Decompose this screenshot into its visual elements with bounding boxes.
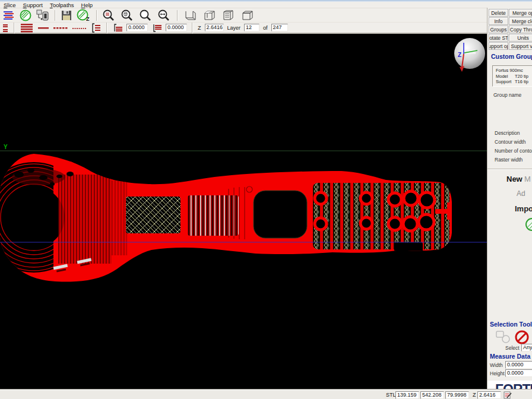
import-group-button[interactable]: Impo	[515, 204, 532, 213]
measure-data-title: Measure Data	[490, 353, 530, 360]
show-contours-icon[interactable]	[37, 21, 49, 34]
width-value-field[interactable]: 0.0000	[505, 361, 532, 369]
model-tip-label: Model	[496, 74, 515, 80]
toolbar-separator	[14, 23, 15, 33]
menu-slice[interactable]: Slice	[4, 2, 16, 8]
end-layer-icon[interactable]	[151, 21, 162, 34]
support-tip-label: Support	[496, 79, 515, 85]
menu-help[interactable]: Help	[81, 2, 93, 8]
select-label: Select	[505, 345, 520, 351]
slice-viewport[interactable]: Y	[0, 34, 487, 390]
copy-through-button[interactable]: Copy Throu	[509, 26, 532, 33]
view-bottom-icon[interactable]	[183, 9, 198, 22]
z-label: Z	[198, 25, 201, 31]
rotate-stl-button[interactable]: Rotate STL	[489, 34, 508, 42]
merge-open-button[interactable]: Merge op	[509, 9, 532, 17]
raster-width-label: Raster width	[495, 157, 522, 163]
stripe-pocket	[188, 195, 239, 236]
group-name-label: Group name	[493, 92, 521, 98]
view-iso-icon[interactable]	[202, 9, 217, 22]
printer-name: Fortus 900mc	[496, 68, 532, 74]
modify-group-button[interactable]: M	[524, 175, 531, 183]
layer-total-input[interactable]: 247	[271, 24, 288, 31]
menu-bar: Slice Support Toolpaths Help	[0, 2, 532, 8]
support-va-button[interactable]: Support va	[509, 42, 532, 50]
toolbar-separator	[55, 10, 56, 21]
slice-part-icon[interactable]	[19, 9, 32, 22]
slice-layers-icon[interactable]	[2, 9, 15, 22]
start-layer-icon[interactable]	[112, 21, 123, 34]
view-front-icon[interactable]	[221, 9, 236, 22]
toolbar-separator	[192, 23, 193, 33]
main-toolbar: Z	[0, 8, 487, 23]
panel-divider	[487, 169, 532, 170]
select-mode-dropdown[interactable]: Any	[521, 344, 532, 352]
toolbar-separator	[106, 23, 107, 33]
custom-groups-title: Custom Groups	[491, 53, 532, 60]
merge-close-button[interactable]: Merge clo	[509, 17, 532, 25]
add-group-button[interactable]: Ad	[517, 189, 525, 198]
current-z-input[interactable]: 2.6416	[205, 24, 224, 31]
zoom-extents-icon[interactable]	[157, 9, 172, 22]
groups-button[interactable]: Groups	[489, 26, 508, 33]
zoom-model-icon[interactable]	[121, 9, 135, 22]
group-ok-icon[interactable]	[524, 217, 532, 232]
crosshatch-pocket	[126, 197, 180, 233]
deselect-icon[interactable]	[515, 330, 530, 344]
toolpath-mini-icon[interactable]	[2, 21, 9, 34]
status-z-label: Z	[473, 392, 476, 398]
delete-button[interactable]: Delete	[489, 9, 508, 17]
new-group-button[interactable]: New	[506, 175, 522, 183]
cursor-x-field: 139.159	[395, 391, 419, 399]
slice-z-icon[interactable]: Z	[76, 9, 91, 22]
height-value-field[interactable]: 0.0000	[505, 369, 532, 377]
zoom-out-icon[interactable]	[139, 9, 154, 22]
operations-panel: Delete Merge op Info Merge clo Groups Co…	[487, 8, 532, 399]
insight-application-window: Slice Support Toolpaths Help	[0, 0, 532, 399]
cursor-z-field: 79.9998	[445, 391, 469, 399]
selection-tools-title: Selection Tools	[490, 321, 532, 328]
cursor-y-field: 542.208	[420, 391, 444, 399]
description-label: Description	[495, 130, 520, 136]
save-icon[interactable]	[61, 9, 72, 22]
bottom-notch	[394, 242, 423, 252]
zoom-layer-icon[interactable]	[102, 9, 117, 22]
show-all-toolpaths-icon[interactable]	[20, 21, 34, 34]
group-toolpaths-icon[interactable]	[91, 21, 102, 34]
machine-info-box: Fortus 900mc ModelT20 tip SupportT16 tip	[492, 65, 532, 87]
orientation-sphere[interactable]: Z	[454, 38, 485, 72]
through-hole	[254, 191, 307, 238]
info-button[interactable]: Info	[489, 17, 508, 25]
copy-supports-icon[interactable]	[36, 9, 50, 22]
end-z-input[interactable]: 0.0000	[166, 24, 187, 31]
show-fine-rasters-icon[interactable]	[72, 21, 87, 34]
toolpath-canvas: Y	[0, 34, 487, 390]
show-rasters-icon[interactable]	[53, 21, 68, 34]
y-axis-label: Y	[4, 144, 8, 150]
model-tip-value: T20 tip	[515, 74, 528, 80]
contour-width-label: Contour width	[495, 139, 525, 145]
menu-support[interactable]: Support	[23, 2, 43, 8]
height-label: Height	[490, 370, 505, 376]
status-z-field: 2.6416	[477, 391, 501, 399]
sphere-z-label: Z	[458, 52, 461, 58]
edit-note-icon[interactable]	[504, 391, 512, 399]
width-label: Width	[490, 362, 503, 368]
status-bar: STL 139.159 542.208 79.9998 Z 2.6416	[0, 390, 532, 399]
start-z-input[interactable]: 0.0000	[126, 24, 148, 31]
toolbar-separator	[96, 10, 97, 21]
stl-label: STL	[386, 392, 396, 398]
support-tip-value: T16 tip	[515, 79, 528, 85]
toolpath-toolbar: 0.0000 0.0000 Z 2.6416 Layer 12 of 247	[0, 23, 487, 34]
units-button[interactable]: Units	[509, 34, 532, 42]
number-of-contours-label: Number of contours	[495, 148, 532, 154]
support-ops-button[interactable]: Support ops	[489, 42, 508, 50]
view-box-icon[interactable]	[240, 9, 255, 22]
menu-toolpaths[interactable]: Toolpaths	[50, 2, 74, 8]
layer-label: Layer	[227, 25, 241, 31]
layer-input[interactable]: 12	[244, 24, 259, 31]
of-label: of	[263, 25, 268, 31]
toolpath-stripes	[58, 175, 112, 264]
toolbar-separator	[177, 10, 178, 21]
